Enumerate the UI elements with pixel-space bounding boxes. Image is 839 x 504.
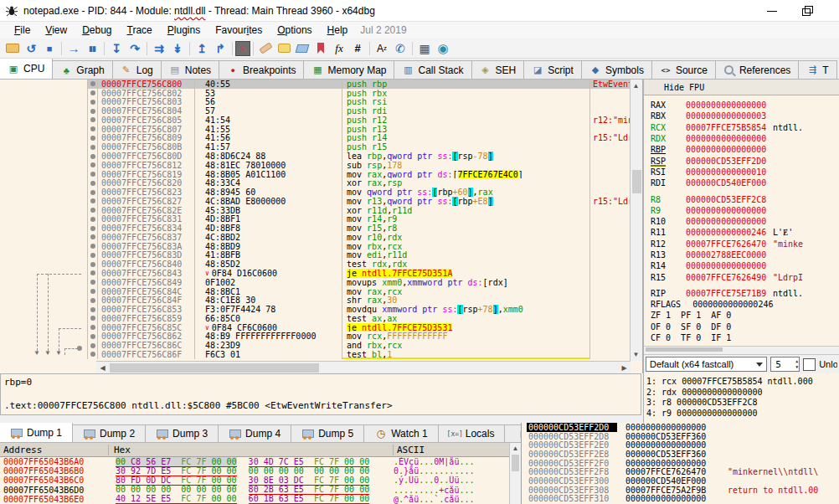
breakpoint-dot-cell[interactable] <box>88 323 98 332</box>
register-row[interactable]: RSI0000000000000010 <box>644 167 839 177</box>
argument-count-stepper[interactable]: 5 ▲▼ <box>770 357 800 372</box>
breakpoint-dot-cell[interactable] <box>88 178 98 188</box>
breakpoint-dot-cell[interactable] <box>88 269 98 278</box>
dump-row[interactable]: 00007FF65043B6B030 92 7D E5 FC 7F 00 000… <box>0 466 509 476</box>
disasm-vertical-scrollbar[interactable]: ▲ ▼ <box>630 80 642 361</box>
pause-icon[interactable] <box>83 40 101 57</box>
register-row[interactable]: R8000000CD53EFF2C8 <box>644 193 839 204</box>
register-row[interactable]: RBX0000000000000003 <box>644 111 839 121</box>
assembler-icon[interactable] <box>391 40 409 57</box>
step-into-icon[interactable] <box>107 40 126 57</box>
analysis-icon[interactable] <box>348 40 367 57</box>
menu-help[interactable]: Help <box>320 23 356 38</box>
tab-dump-5[interactable]: Dump 5 <box>291 424 364 442</box>
scroll-up-icon[interactable]: ▲ <box>510 443 521 454</box>
tab-threads[interactable]: T <box>798 60 836 79</box>
dump-vertical-scrollbar[interactable]: ▲ <box>509 443 521 504</box>
breakpoint-dot-cell[interactable] <box>88 287 98 296</box>
scroll-thumb[interactable] <box>646 347 723 352</box>
internet-icon[interactable] <box>434 40 452 57</box>
tab-cpu[interactable]: CPU <box>0 59 53 79</box>
tab-graph[interactable]: Graph <box>52 60 112 79</box>
dump-row[interactable]: 00007FF65043B6A000 C8 56 E7 FC 7F 00 003… <box>0 457 509 466</box>
disasm-horizontal-scrollbar[interactable]: ◀ ▶ <box>96 361 631 373</box>
stack-row[interactable]: 000000CD53EFF30800007FFCE75A2F9Breturn t… <box>522 486 839 495</box>
breakpoint-dot-cell[interactable] <box>88 233 98 242</box>
register-row[interactable]: R1500007FFCE7626490"LdrpI <box>644 271 839 282</box>
register-row[interactable]: RAX0000000000000000 <box>644 100 839 111</box>
breakpoint-dot-cell[interactable] <box>88 161 98 170</box>
tab-dump-3[interactable]: Dump 3 <box>145 424 219 442</box>
settings-icon[interactable] <box>235 41 250 56</box>
disasm-row[interactable]: 00007FFCE756C84048:85D2test rdx,rdx <box>0 260 631 269</box>
execute-till-return-icon[interactable] <box>193 40 211 57</box>
tab-notes[interactable]: Notes <box>161 60 219 79</box>
breakpoint-dot-cell[interactable] <box>88 251 98 260</box>
dump-row[interactable]: 00007FF65043B6C080 FD 0D DC FC 7F 00 003… <box>0 476 509 485</box>
breakpoint-dot-cell[interactable] <box>88 332 98 341</box>
breakpoint-dot-cell[interactable] <box>88 350 98 359</box>
disasm-row[interactable]: 00007FFCE756C843∨0F84 D16C0600je ntdll.7… <box>0 269 631 278</box>
menu-trace[interactable]: Trace <box>120 23 160 38</box>
breakpoint-dot-cell[interactable] <box>88 134 98 143</box>
disasm-row[interactable]: 00007FFCE756C80541:54push r12r12:"min <box>0 116 631 125</box>
breakpoint-dot-cell[interactable] <box>88 305 98 314</box>
disasm-row[interactable]: 00007FFCE756C86FF6C3 01test bl,1 <box>0 350 631 359</box>
tab-dump-4[interactable]: Dump 4 <box>218 424 291 442</box>
breakpoint-dot-cell[interactable] <box>88 142 98 152</box>
register-row[interactable]: RIP00007FFCE75E71B9ntdll. <box>644 288 839 299</box>
register-row[interactable]: R13000002788EEC0000 <box>644 249 839 260</box>
breakpoint-dot-cell[interactable] <box>88 89 98 98</box>
restart-icon[interactable] <box>22 40 40 57</box>
label-icon[interactable] <box>293 40 311 57</box>
disasm-row[interactable]: 00007FFCE756C84C48:8BC1mov rax,rcx <box>0 287 631 296</box>
tab-call-stack[interactable]: Call Stack <box>394 60 471 79</box>
patches-icon[interactable] <box>256 40 275 57</box>
comment-icon[interactable] <box>275 40 293 57</box>
breakpoint-dot-cell[interactable] <box>88 125 98 134</box>
run-to-user-code-icon[interactable] <box>211 40 229 57</box>
disasm-row[interactable]: 00007FFCE756C80B41:57push r15 <box>0 142 631 152</box>
breakpoint-dot-cell[interactable] <box>88 260 98 269</box>
disasm-row[interactable]: 00007FFCE756C80457push rdi <box>0 106 631 116</box>
step-over-icon[interactable] <box>126 40 144 57</box>
disasm-row[interactable]: 00007FFCE756C853F3:0F7F4424 78movdqu xmm… <box>0 305 631 314</box>
menu-view[interactable]: View <box>38 23 75 38</box>
scroll-thumb[interactable] <box>512 455 519 471</box>
disasm-row[interactable]: 00007FFCE756C8490F1002movups xmm0,xmmwor… <box>0 278 631 287</box>
register-row[interactable]: RDX0000000000000000 <box>644 133 839 144</box>
tab-seh[interactable]: SEH <box>471 60 525 79</box>
scroll-down-icon[interactable]: ▼ <box>631 349 641 360</box>
arg-row[interactable]: 3: r8 000000CD53EFF2C8 <box>646 398 839 409</box>
breakpoint-dot-cell[interactable] <box>88 197 98 206</box>
breakpoint-dot-cell[interactable] <box>88 98 98 107</box>
restore-button[interactable] <box>802 6 812 16</box>
open-file-icon[interactable] <box>3 40 22 57</box>
disasm-row[interactable]: 00007FFCE756C86C48:23D9and rbx,rcx <box>0 341 631 350</box>
scroll-thumb[interactable] <box>632 170 641 193</box>
menu-file[interactable]: File <box>7 23 38 38</box>
disasm-row[interactable]: 00007FFCE756C85966:85C0test ax,ax <box>0 314 631 323</box>
dump-row[interactable]: 00007FF65043B6D000 00 00 00 00 00 00 008… <box>0 486 509 495</box>
dump-row[interactable]: 00007FF65043B6E040 12 5E E5 FC 7F 00 006… <box>0 495 509 504</box>
disasm-row[interactable]: 00007FFCE756C84F48:C1E8 30shr rax,30 <box>0 296 631 305</box>
register-row[interactable]: R100000000000000000 <box>644 216 839 227</box>
tab-locals[interactable]: Locals <box>438 424 506 442</box>
disasm-row[interactable]: 00007FFCE756C8314D:8BF1mov r14,r9 <box>0 214 631 224</box>
breakpoint-dot-cell[interactable] <box>88 106 98 116</box>
disasm-row[interactable]: 00007FFCE756C83D41:8BFBmov edi,r11d <box>0 251 631 260</box>
disasm-row[interactable]: 00007FFCE756C81948:8B05 A01C1100mov rax,… <box>0 170 631 179</box>
tab-dump-1[interactable]: Dump 1 <box>0 423 73 442</box>
breakpoint-dot-cell[interactable] <box>88 116 98 125</box>
function-analysis-icon[interactable] <box>330 40 348 57</box>
register-row[interactable]: R140000000000000000 <box>644 260 839 271</box>
breakpoint-dot-cell[interactable] <box>88 314 98 323</box>
register-row[interactable]: R110000000000000246L'Ɇ' <box>644 227 839 238</box>
menu-plugins[interactable]: Plugins <box>160 23 208 38</box>
register-row[interactable]: RSP000000CD53EFF2D0 <box>644 155 839 166</box>
tab-breakpoints[interactable]: Breakpoints <box>219 60 304 79</box>
disasm-row[interactable]: 00007FFCE756C82348:8945 60mov qword ptr … <box>0 188 631 197</box>
breakpoint-dot-cell[interactable] <box>88 206 98 215</box>
scroll-thumb[interactable] <box>110 363 319 373</box>
arg-row[interactable]: 4: r9 0000000000000000 <box>646 408 839 419</box>
